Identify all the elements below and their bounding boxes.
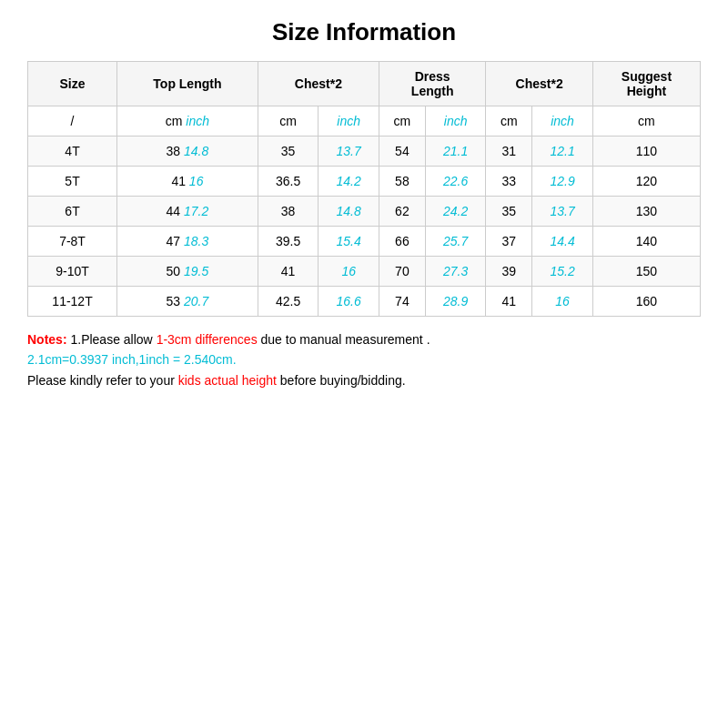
- table-row: 5T 41 16 36.5 14.2 58 22.6 33 12.9 120: [28, 167, 701, 197]
- cell-top: 50 19.5: [117, 257, 258, 287]
- cell-chest2-cm: 35: [486, 197, 532, 227]
- cell-height: 140: [592, 227, 700, 257]
- col-chest2: Chest*2: [486, 62, 592, 106]
- cell-chest2-cm: 33: [486, 167, 532, 197]
- cell-chest2-inch: 14.4: [532, 227, 593, 257]
- cell-chest1-cm: 39.5: [258, 227, 318, 257]
- cell-chest2-inch: 12.1: [532, 136, 593, 167]
- cell-chest2-cm: 37: [486, 227, 532, 257]
- cell-size: 4T: [28, 136, 117, 167]
- notes-line1-suffix: due to manual measurement .: [261, 332, 430, 347]
- unit-dress-inch: inch: [425, 106, 486, 136]
- cell-top: 47 18.3: [117, 227, 258, 257]
- cell-size: 9-10T: [28, 257, 117, 287]
- cell-height: 150: [592, 257, 700, 287]
- table-row: 9-10T 50 19.5 41 16 70 27.3 39 15.2 150: [28, 257, 701, 287]
- table-row: 7-8T 47 18.3 39.5 15.4 66 25.7 37 14.4 1…: [28, 227, 701, 257]
- col-chest1: Chest*2: [258, 62, 379, 106]
- col-dress-length: DressLength: [379, 62, 485, 106]
- cell-size: 7-8T: [28, 227, 117, 257]
- col-top-length: Top Length: [117, 62, 258, 106]
- unit-chest2-cm: cm: [486, 106, 532, 136]
- cell-chest1-cm: 36.5: [258, 167, 318, 197]
- notes-line1-highlight: 1-3cm differences: [157, 332, 258, 347]
- cell-chest1-inch: 13.7: [318, 136, 379, 167]
- cell-height: 160: [592, 287, 700, 317]
- cell-top: 38 14.8: [117, 136, 258, 167]
- notes-section: Notes: 1.Please allow 1-3cm differences …: [27, 329, 701, 390]
- notes-line3-highlight: kids actual height: [178, 373, 277, 388]
- cell-dress-inch: 27.3: [425, 257, 486, 287]
- notes-line1-prefix: 1.Please allow: [70, 332, 156, 347]
- cell-chest1-inch: 15.4: [318, 227, 379, 257]
- cell-chest2-cm: 39: [486, 257, 532, 287]
- cell-size: 6T: [28, 197, 117, 227]
- cell-dress-inch: 22.6: [425, 167, 486, 197]
- cell-dress-inch: 25.7: [425, 227, 486, 257]
- unit-row: / cm inch cm inch cm inch cm inch cm: [28, 106, 701, 136]
- cell-chest2-inch: 15.2: [532, 257, 593, 287]
- cell-dress-cm: 74: [379, 287, 425, 317]
- cell-chest1-inch: 14.2: [318, 167, 379, 197]
- cell-chest2-cm: 31: [486, 136, 532, 167]
- cell-top: 53 20.7: [117, 287, 258, 317]
- cell-chest1-cm: 41: [258, 257, 318, 287]
- table-row: 6T 44 17.2 38 14.8 62 24.2 35 13.7 130: [28, 197, 701, 227]
- cell-dress-inch: 21.1: [425, 136, 486, 167]
- cell-top: 44 17.2: [117, 197, 258, 227]
- cell-chest1-cm: 35: [258, 136, 318, 167]
- cell-height: 130: [592, 197, 700, 227]
- cell-chest1-cm: 38: [258, 197, 318, 227]
- cell-dress-cm: 54: [379, 136, 425, 167]
- table-row: 4T 38 14.8 35 13.7 54 21.1 31 12.1 110: [28, 136, 701, 167]
- cell-chest1-cm: 42.5: [258, 287, 318, 317]
- cell-chest2-cm: 41: [486, 287, 532, 317]
- cell-height: 110: [592, 136, 700, 167]
- cell-chest1-inch: 16: [318, 257, 379, 287]
- unit-dress-cm: cm: [379, 106, 425, 136]
- cell-dress-inch: 28.9: [425, 287, 486, 317]
- unit-height-cm: cm: [592, 106, 700, 136]
- cell-dress-cm: 62: [379, 197, 425, 227]
- cell-size: 11-12T: [28, 287, 117, 317]
- notes-line2: 2.1cm=0.3937 inch,1inch = 2.540cm.: [27, 352, 237, 367]
- unit-top: cm inch: [117, 106, 258, 136]
- col-size: Size: [28, 62, 117, 106]
- cell-size: 5T: [28, 167, 117, 197]
- notes-line3-suffix: before buying/bidding.: [280, 373, 406, 388]
- cell-top: 41 16: [117, 167, 258, 197]
- cell-chest2-inch: 12.9: [532, 167, 593, 197]
- notes-line3-prefix: Please kindly refer to your: [27, 373, 178, 388]
- notes-label: Notes:: [27, 332, 67, 347]
- cell-chest1-inch: 14.8: [318, 197, 379, 227]
- page-title: Size Information: [272, 18, 456, 46]
- cell-chest1-inch: 16.6: [318, 287, 379, 317]
- unit-chest1-inch: inch: [318, 106, 379, 136]
- unit-chest1-cm: cm: [258, 106, 318, 136]
- cell-chest2-inch: 16: [532, 287, 593, 317]
- cell-dress-inch: 24.2: [425, 197, 486, 227]
- size-table: Size Top Length Chest*2 DressLength Ches…: [27, 61, 701, 317]
- cell-chest2-inch: 13.7: [532, 197, 593, 227]
- unit-size: /: [28, 106, 117, 136]
- table-row: 11-12T 53 20.7 42.5 16.6 74 28.9 41 16 1…: [28, 287, 701, 317]
- cell-dress-cm: 66: [379, 227, 425, 257]
- col-height: SuggestHeight: [592, 62, 700, 106]
- cell-dress-cm: 70: [379, 257, 425, 287]
- cell-height: 120: [592, 167, 700, 197]
- unit-chest2-inch: inch: [532, 106, 593, 136]
- cell-dress-cm: 58: [379, 167, 425, 197]
